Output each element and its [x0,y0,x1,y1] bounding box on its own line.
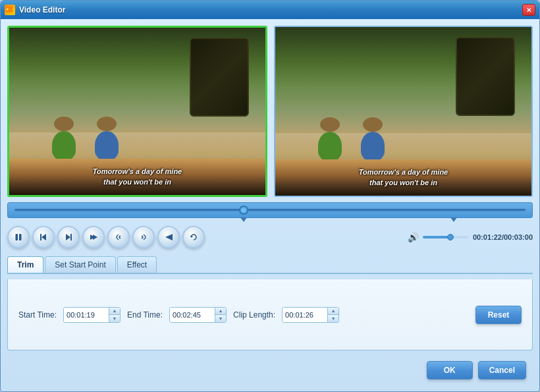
end-time-spinner: ▲ ▼ [215,308,226,322]
suitcase [190,38,249,117]
tab-content-area: Start Time: ▲ ▼ End Time: ▲ ▼ Cl [7,279,533,350]
end-time-input-group: ▲ ▼ [169,307,227,323]
mark-out-button[interactable] [57,226,80,248]
svg-marker-6 [41,234,46,240]
floor-right [275,133,531,159]
chipmunk-4 [361,117,385,159]
tabs-area: Trim Set Start Point Effect [7,256,533,274]
clip-length-down[interactable]: ▼ [328,315,338,322]
video-editor-window: Video Editor ✕ [0,0,540,392]
tab-trim[interactable]: Trim [7,256,43,273]
ok-button[interactable]: OK [427,361,473,379]
window-title: Video Editor [19,5,522,14]
mark-in-button[interactable] [32,226,55,248]
window-body: Tomorrow's a day of mine that you won't … [1,19,539,391]
next-frame-button[interactable] [82,226,105,248]
svg-marker-11 [165,234,173,240]
svg-rect-8 [70,234,72,240]
start-time-up[interactable]: ▲ [109,308,120,315]
timeline-thumb[interactable] [239,206,248,215]
chipmunk-3 [318,117,342,159]
start-time-down[interactable]: ▼ [109,315,120,322]
tab-effect[interactable]: Effect [117,256,157,273]
end-time-input[interactable] [170,308,215,322]
bottom-bar: OK Cancel [7,356,533,385]
svg-marker-7 [66,234,70,240]
end-time-down[interactable]: ▼ [215,315,226,322]
left-subtitle: Tomorrow's a day of mine that you won't … [93,167,182,187]
clip-length-spinner: ▲ ▼ [327,308,338,322]
chipmunk-2 [95,117,119,159]
reset-playback-button[interactable] [157,226,180,248]
timeline-marker-left [240,217,247,222]
svg-point-2 [7,9,9,11]
timeline[interactable] [7,202,533,218]
svg-rect-5 [40,234,41,240]
left-preview-panel: Tomorrow's a day of mine that you won't … [7,26,267,197]
start-time-input[interactable] [64,308,109,322]
suitcase-right [456,37,515,116]
rotate-button[interactable] [182,226,205,248]
next-clip-button[interactable] [132,226,155,248]
svg-marker-1 [13,8,14,11]
end-time-up[interactable]: ▲ [215,308,226,315]
timeline-track [14,209,526,211]
volume-icon: 🔊 [408,232,419,242]
clip-length-input[interactable] [283,308,327,322]
chipmunk-1 [52,117,76,159]
pause-button[interactable] [7,226,30,248]
svg-rect-3 [16,234,18,240]
preview-area: Tomorrow's a day of mine that you won't … [7,26,533,197]
start-time-label: Start Time: [18,310,57,320]
svg-marker-10 [93,235,97,240]
volume-slider[interactable] [423,236,469,238]
end-time-label: End Time: [127,310,163,320]
timeline-marker-right [450,217,457,222]
reset-area: Reset [346,306,522,324]
time-display: 00:01:22/00:03:00 [473,233,533,241]
svg-rect-4 [19,234,22,240]
controls-area: 🔊 00:01:22/00:03:00 [7,223,533,251]
left-preview-content: Tomorrow's a day of mine that you won't … [9,28,265,195]
prev-clip-button[interactable] [107,226,130,248]
start-time-input-group: ▲ ▼ [63,307,121,323]
close-button[interactable]: ✕ [522,4,535,16]
reset-button[interactable]: Reset [475,306,522,324]
clip-length-input-group: ▲ ▼ [282,307,339,323]
floor [9,132,265,159]
clip-length-up[interactable]: ▲ [328,308,338,315]
volume-area: 🔊 00:01:22/00:03:00 [408,232,533,242]
right-subtitle: Tomorrow's a day of mine that you won't … [359,167,448,188]
title-bar: Video Editor ✕ [1,1,539,19]
cancel-button[interactable]: Cancel [478,361,526,379]
tab-watermark[interactable]: Set Start Point [45,256,115,273]
right-preview-panel: Tomorrow's a day of mine that you won't … [274,26,533,197]
volume-thumb[interactable] [447,234,454,240]
app-icon [5,5,15,15]
right-preview-content: Tomorrow's a day of mine that you won't … [275,27,531,196]
start-time-spinner: ▲ ▼ [109,308,120,322]
clip-length-label: Clip Length: [233,310,275,320]
trim-controls: Start Time: ▲ ▼ End Time: ▲ ▼ Cl [18,306,522,324]
